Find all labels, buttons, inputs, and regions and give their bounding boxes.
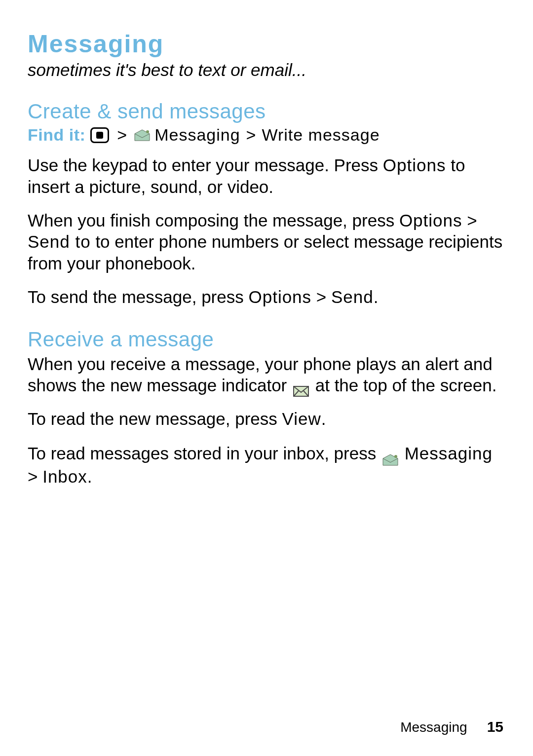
text: >: [311, 287, 331, 306]
text: .: [321, 409, 326, 428]
text: Use the keypad to enter your message. Pr…: [28, 155, 383, 175]
paragraph-receive-1: When you receive a message, your phone p…: [28, 353, 505, 397]
breadcrumb-separator: >: [117, 125, 127, 145]
envelope-open-icon: [134, 129, 151, 142]
find-it-label: Find it:: [28, 125, 85, 145]
paragraph-create-2: When you finish composing the message, p…: [28, 210, 505, 274]
page-subtitle: sometimes it's best to text or email...: [28, 60, 505, 80]
options-label: Options: [399, 211, 462, 230]
paragraph-create-3: To send the message, press Options > Sen…: [28, 286, 505, 308]
section-heading-create: Create & send messages: [28, 100, 505, 123]
center-key-icon: [90, 127, 109, 143]
text: to enter phone numbers or select message…: [28, 232, 502, 273]
view-label: View: [282, 409, 321, 428]
text: at the top of the screen.: [310, 376, 496, 395]
footer-section: Messaging: [400, 719, 467, 735]
text: >: [28, 467, 42, 486]
breadcrumb-separator: >: [246, 125, 256, 145]
text: >: [462, 211, 477, 230]
breadcrumb-write-message: Write message: [262, 125, 380, 145]
paragraph-create-1: Use the keypad to enter your message. Pr…: [28, 154, 505, 198]
send-label: Send: [331, 287, 374, 306]
paragraph-receive-2: To read the new message, press View.: [28, 408, 505, 430]
send-to-label: Send to: [28, 232, 91, 251]
find-it-line: Find it: > Messaging > Write message: [28, 125, 505, 145]
svg-point-2: [394, 455, 397, 458]
text: To send the message, press: [28, 287, 248, 306]
page-title: Messaging: [28, 30, 505, 58]
text: To read the new message, press: [28, 409, 282, 428]
section-heading-receive: Receive a message: [28, 328, 505, 351]
text: When you finish composing the message, p…: [28, 211, 399, 230]
svg-point-0: [146, 130, 149, 133]
page-footer: Messaging 15: [400, 718, 503, 735]
paragraph-receive-3: To read messages stored in your inbox, p…: [28, 442, 505, 489]
options-label: Options: [248, 287, 311, 306]
inbox-label: Inbox: [42, 467, 87, 486]
options-label: Options: [383, 155, 446, 175]
page-number: 15: [487, 718, 503, 735]
messaging-label: Messaging: [405, 444, 493, 463]
text: To read messages stored in your inbox, p…: [28, 444, 381, 463]
text: .: [374, 287, 379, 306]
breadcrumb-messaging: Messaging: [154, 125, 240, 145]
text: .: [87, 467, 92, 486]
message-indicator-icon: [293, 380, 309, 393]
envelope-open-icon: [382, 449, 399, 461]
